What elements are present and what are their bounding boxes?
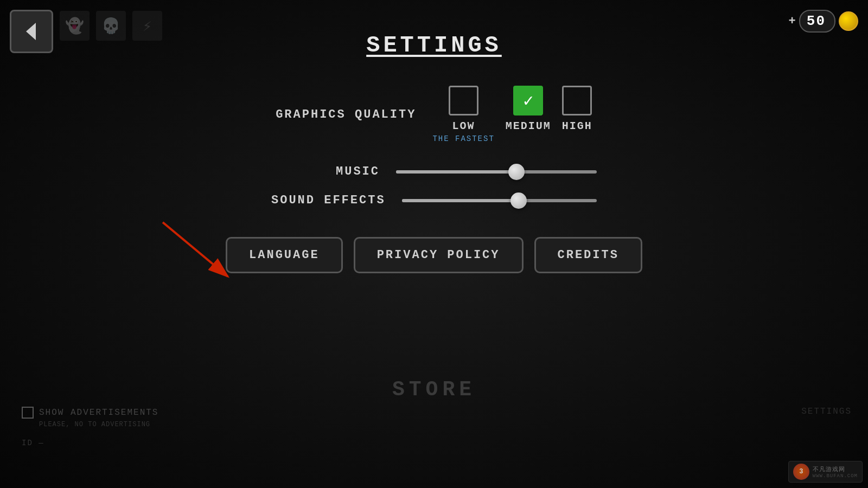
credits-button[interactable]: CREDITS [534,237,642,273]
quality-label-medium: MEDIUM [506,120,551,132]
bottom-right-branding: 3 不凡游戏网 WWW.BUFAN.COM [788,461,863,483]
show-ads-label: SHOW ADVERTISEMENTS [39,408,158,418]
quality-options-group: LOW THE FASTEST MEDIUM HIGH [432,86,592,143]
quality-label-low: LOW [452,120,475,132]
id-label: ID — [22,439,44,447]
branding-logo-icon: 3 [793,464,809,480]
coin-amount: 50 [799,10,835,33]
show-ads-row: SHOW ADVERTISEMENTS [22,407,158,419]
music-slider-row: MUSIC [271,165,597,178]
sound-effects-slider-row: SOUND EFFECTS [271,194,597,207]
quality-option-medium[interactable]: MEDIUM [506,86,551,134]
sound-effects-slider-track[interactable] [402,199,597,202]
coin-display: + 50 [789,10,858,33]
back-arrow-icon [20,20,43,43]
quality-checkbox-low[interactable] [449,86,478,115]
quality-checkbox-high[interactable] [562,86,592,115]
music-slider-fill [396,170,516,174]
page-title: SETTINGS [366,33,502,59]
ads-subtext: PLEASE, NO TO ADVERTISING [22,421,158,428]
quality-option-high[interactable]: HIGH [562,86,592,134]
coin-plus-icon: + [789,15,796,28]
branding-text: 不凡游戏网 WWW.BUFAN.COM [813,465,858,479]
music-slider-track[interactable] [396,170,597,174]
privacy-policy-button[interactable]: PRIVACY POLICY [354,237,524,273]
quality-label-high: HIGH [562,120,592,132]
quality-option-low[interactable]: LOW THE FASTEST [432,86,494,143]
language-button[interactable]: LANGUAGE [226,237,343,273]
music-slider-label: MUSIC [271,165,380,178]
sound-effects-slider-thumb[interactable] [510,192,527,209]
branding-badge: 3 不凡游戏网 WWW.BUFAN.COM [788,461,863,483]
graphics-quality-section: GRAPHICS QUALITY LOW THE FASTEST MEDIUM … [276,86,592,143]
sound-effects-slider-label: SOUND EFFECTS [271,194,386,207]
action-buttons-section: LANGUAGE PRIVACY POLICY CREDITS [226,237,642,273]
show-ads-checkbox[interactable] [22,407,34,419]
quality-checkbox-medium[interactable] [513,86,543,115]
quality-subtitle-low: THE FASTEST [432,134,494,143]
graphics-quality-label: GRAPHICS QUALITY [276,108,416,121]
back-button[interactable] [10,10,53,53]
music-slider-thumb[interactable] [508,164,525,180]
bottom-left-info: SHOW ADVERTISEMENTS PLEASE, NO TO ADVERT… [22,407,158,428]
branding-url: WWW.BUFAN.COM [813,473,858,479]
sliders-section: MUSIC SOUND EFFECTS [271,165,597,207]
coin-icon [839,11,858,31]
sound-effects-slider-fill [402,199,519,202]
branding-name: 不凡游戏网 [813,465,858,473]
svg-marker-0 [26,23,36,40]
right-dim-text: SETTINGS [801,407,852,416]
